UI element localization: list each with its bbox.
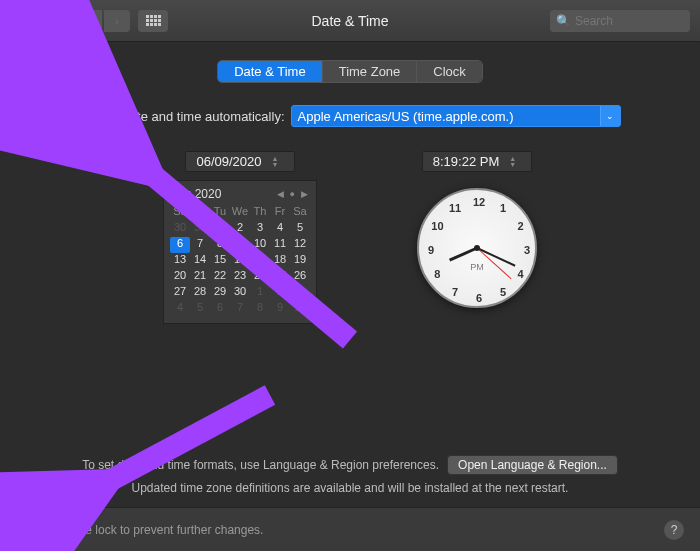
calendar-day[interactable]: 29: [210, 285, 230, 301]
calendar-day[interactable]: 21: [190, 269, 210, 285]
content-area: Date & Time Time Zone Clock ✓ Set date a…: [0, 42, 700, 507]
cal-next-icon[interactable]: ▶: [299, 189, 310, 199]
clock-number: 7: [452, 286, 458, 298]
tab-date-time[interactable]: Date & Time: [218, 61, 322, 82]
lock-text: Click the lock to prevent further change…: [46, 523, 263, 537]
calendar-day[interactable]: 5: [190, 301, 210, 317]
calendar-day[interactable]: 4: [170, 301, 190, 317]
clock-ampm-label: PM: [470, 262, 484, 272]
calendar-day[interactable]: 22: [210, 269, 230, 285]
date-field[interactable]: 06/09/2020 ▲▼: [185, 151, 294, 172]
chevron-down-icon: ⌄: [600, 106, 620, 126]
calendar-day[interactable]: 8: [210, 237, 230, 253]
calendar-day[interactable]: 3: [290, 285, 310, 301]
calendar-day[interactable]: 2: [270, 285, 290, 301]
calendar-day[interactable]: 6: [210, 301, 230, 317]
calendar[interactable]: Sep 2020 ◀ ● ▶ SuMoTuWeThFrSa30311234567…: [163, 180, 317, 324]
calendar-day[interactable]: 30: [230, 285, 250, 301]
calendar-day[interactable]: 6: [170, 237, 190, 253]
time-column: 8:19:22 PM ▲▼ 121234567891011 PM: [417, 151, 537, 324]
clock-number: 1: [500, 202, 506, 214]
calendar-day[interactable]: 9: [230, 237, 250, 253]
open-language-region-button[interactable]: Open Language & Region...: [447, 455, 618, 475]
calendar-day[interactable]: 27: [170, 285, 190, 301]
close-window-button[interactable]: [10, 15, 22, 27]
show-all-prefs-button[interactable]: [138, 10, 168, 32]
titlebar: ‹ › Date & Time 🔍: [0, 0, 700, 42]
calendar-day[interactable]: 10: [290, 301, 310, 317]
tab-clock[interactable]: Clock: [416, 61, 482, 82]
calendar-day[interactable]: 17: [250, 253, 270, 269]
time-server-select[interactable]: Apple Americas/US (time.apple.com.) ⌄: [291, 105, 621, 127]
help-button[interactable]: ?: [664, 520, 684, 540]
search-field[interactable]: 🔍: [550, 10, 690, 32]
clock-number: 11: [449, 202, 461, 214]
lock-button[interactable]: [16, 518, 36, 542]
calendar-day[interactable]: 3: [250, 221, 270, 237]
clock-number: 4: [518, 268, 524, 280]
nav-buttons: ‹ ›: [76, 10, 130, 32]
clock-center: [474, 245, 480, 251]
window-controls: [10, 15, 62, 27]
calendar-day[interactable]: 23: [230, 269, 250, 285]
formats-text: To set date and time formats, use Langua…: [82, 458, 439, 472]
calendar-day[interactable]: 5: [290, 221, 310, 237]
clock-number: 12: [473, 196, 485, 208]
cal-prev-icon[interactable]: ◀: [275, 189, 286, 199]
calendar-day-header: Mo: [190, 205, 210, 221]
back-button[interactable]: ‹: [76, 10, 102, 32]
calendar-day-header: Th: [250, 205, 270, 221]
search-icon: 🔍: [556, 14, 571, 28]
calendar-day[interactable]: 2: [230, 221, 250, 237]
clock-number: 6: [476, 292, 482, 304]
clock-number: 2: [518, 220, 524, 232]
zoom-window-button[interactable]: [50, 15, 62, 27]
calendar-day[interactable]: 12: [290, 237, 310, 253]
time-field[interactable]: 8:19:22 PM ▲▼: [422, 151, 533, 172]
footer: Click the lock to prevent further change…: [0, 507, 700, 551]
calendar-day[interactable]: 4: [270, 221, 290, 237]
calendar-day[interactable]: 1: [250, 285, 270, 301]
clock-number: 10: [431, 220, 443, 232]
calendar-month-label: Sep 2020: [170, 187, 221, 201]
grid-icon: [146, 15, 161, 26]
calendar-day[interactable]: 14: [190, 253, 210, 269]
calendar-day[interactable]: 24: [250, 269, 270, 285]
calendar-day[interactable]: 30: [170, 221, 190, 237]
cal-today-icon[interactable]: ●: [288, 189, 297, 199]
calendar-day[interactable]: 7: [230, 301, 250, 317]
tab-time-zone[interactable]: Time Zone: [322, 61, 417, 82]
lock-icon: [17, 511, 32, 526]
calendar-day[interactable]: 26: [290, 269, 310, 285]
calendar-day-header: Tu: [210, 205, 230, 221]
calendar-day[interactable]: 15: [210, 253, 230, 269]
info-area: To set date and time formats, use Langua…: [30, 455, 670, 495]
auto-datetime-label: Set date and time automatically:: [100, 109, 285, 124]
time-server-value: Apple Americas/US (time.apple.com.): [298, 109, 514, 124]
time-field-value: 8:19:22 PM: [433, 154, 500, 169]
tab-bar: Date & Time Time Zone Clock: [30, 60, 670, 83]
time-stepper[interactable]: ▲▼: [509, 156, 521, 168]
minimize-window-button[interactable]: [30, 15, 42, 27]
date-stepper[interactable]: ▲▼: [272, 156, 284, 168]
calendar-day[interactable]: 31: [190, 221, 210, 237]
calendar-day[interactable]: 19: [290, 253, 310, 269]
calendar-day[interactable]: 25: [270, 269, 290, 285]
calendar-day[interactable]: 11: [270, 237, 290, 253]
calendar-day[interactable]: 13: [170, 253, 190, 269]
calendar-day[interactable]: 7: [190, 237, 210, 253]
calendar-day[interactable]: 9: [270, 301, 290, 317]
auto-datetime-checkbox[interactable]: ✓: [80, 109, 94, 123]
calendar-day[interactable]: 18: [270, 253, 290, 269]
calendar-day-header: Sa: [290, 205, 310, 221]
calendar-day-header: Su: [170, 205, 190, 221]
calendar-day[interactable]: 20: [170, 269, 190, 285]
clock-number: 5: [500, 286, 506, 298]
calendar-day[interactable]: 10: [250, 237, 270, 253]
calendar-day[interactable]: 8: [250, 301, 270, 317]
calendar-day[interactable]: 1: [210, 221, 230, 237]
calendar-day[interactable]: 16: [230, 253, 250, 269]
calendar-day[interactable]: 28: [190, 285, 210, 301]
search-input[interactable]: [575, 14, 684, 28]
date-field-value: 06/09/2020: [196, 154, 261, 169]
